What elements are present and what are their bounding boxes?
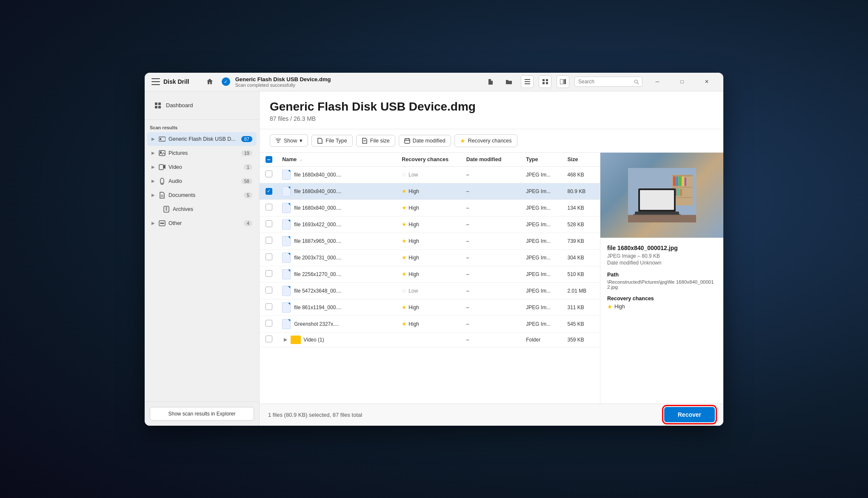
device-info: Generic Flash Disk USB Device.dmg Scan c… <box>235 76 478 88</box>
sidebar-audio-count: 58 <box>241 178 252 184</box>
svg-rect-13 <box>155 106 157 108</box>
file-icon-4 <box>282 219 291 230</box>
file-name-cell-9: file 861x1194_000.... <box>282 302 393 313</box>
svg-point-31 <box>163 223 164 224</box>
table-row[interactable]: file 1693x422_000.... ★ High – <box>260 216 600 233</box>
file-name-3: file 1680x840_000.... <box>294 205 341 211</box>
type-cell-6: JPEG Im... <box>522 249 563 266</box>
show-filter-btn[interactable]: Show ▾ <box>270 134 308 147</box>
status-check-icon: ✓ <box>222 77 230 86</box>
file-icon-btn[interactable] <box>483 75 497 88</box>
app-title: Disk Drill <box>163 78 189 85</box>
table-row[interactable]: file 5472x3648_00.... ☆ Low – <box>260 282 600 299</box>
sidebar-item-other[interactable]: ▶ Other 4 <box>147 216 257 230</box>
preview-path-value: \Reconstructed\Pictures\jpg\file 1680x84… <box>607 279 717 290</box>
archives-icon <box>163 205 170 213</box>
file-icon-7 <box>282 269 291 279</box>
row-checkbox-8[interactable] <box>266 287 272 293</box>
svg-rect-49 <box>684 177 686 186</box>
table-row[interactable]: file 1680x840_000.... ★ High – <box>260 199 600 216</box>
row-checkbox-11[interactable] <box>266 336 272 342</box>
search-input[interactable] <box>578 79 631 85</box>
sidebar-item-archives[interactable]: Archives <box>147 202 257 216</box>
table-row[interactable]: file 861x1194_000.... ★ High – <box>260 299 600 316</box>
close-button[interactable]: ✕ <box>697 75 717 88</box>
row-checkbox-3[interactable] <box>266 204 272 211</box>
svg-rect-51 <box>677 188 679 196</box>
date-modified-filter-btn[interactable]: Date modified <box>399 135 451 147</box>
date-cell-1: – <box>462 166 522 183</box>
table-row[interactable]: Greenshot 2327x.... ★ High – <box>260 316 600 332</box>
table-row[interactable]: file 1680x840_000.... ☆ Low – <box>260 166 600 183</box>
preview-path-label: Path <box>607 272 717 278</box>
sidebar-item-generic-flash[interactable]: ▶ Generic Flash Disk USB D... 87 <box>147 132 257 146</box>
dashboard-icon <box>154 102 162 109</box>
panel-view-btn[interactable] <box>557 75 569 88</box>
table-row[interactable]: file 1887x965_000.... ★ High – <box>260 233 600 249</box>
type-cell-8: JPEG Im... <box>522 282 563 299</box>
row-checkbox-7[interactable] <box>266 270 272 277</box>
sidebar-generic-flash-count: 87 <box>241 136 252 142</box>
row-checkbox-10[interactable] <box>266 320 272 327</box>
recovery-column-header[interactable]: Recovery chances <box>397 153 462 167</box>
home-button[interactable] <box>203 75 217 88</box>
grid-view-btn[interactable] <box>539 75 551 88</box>
file-size-filter-btn[interactable]: File size <box>356 135 395 147</box>
select-all-header[interactable]: – <box>260 153 278 167</box>
recovery-value-10: High <box>408 321 419 327</box>
list-view-btn[interactable] <box>521 75 534 88</box>
file-type-filter-btn[interactable]: File Type <box>311 135 353 147</box>
file-list-wrapper: – Name ↓ Recovery chances Date modified … <box>260 153 723 404</box>
name-column-header[interactable]: Name ↓ <box>278 153 397 167</box>
chevron-icon-documents: ▶ <box>151 193 155 197</box>
hamburger-icon[interactable] <box>151 78 160 85</box>
type-column-header[interactable]: Type <box>522 153 563 167</box>
recovery-value-4: High <box>408 222 419 228</box>
file-name-cell-1: file 1680x840_000.... <box>282 170 393 180</box>
sidebar-item-pictures[interactable]: ▶ Pictures 19 <box>147 146 257 160</box>
preview-recovery-label: Recovery chances <box>607 296 717 302</box>
recovery-chances-filter-btn[interactable]: ★ Recovery chances <box>454 134 517 147</box>
sidebar-item-dashboard[interactable]: Dashboard <box>150 98 254 113</box>
table-row-folder[interactable]: ▶ Video (1) <box>260 332 600 347</box>
recovery-value-1: Low <box>408 172 418 178</box>
sidebar-item-video[interactable]: ▶ Video 1 <box>147 160 257 174</box>
table-row[interactable]: ✓ file 1680x840_000.... ★ <box>260 183 600 199</box>
sidebar-item-documents[interactable]: ▶ Documents 5 <box>147 188 257 202</box>
select-all-checkbox[interactable]: – <box>266 156 272 163</box>
recovery-badge-9: ★ High <box>402 304 457 310</box>
size-cell-10: 545 KB <box>563 316 600 332</box>
row-checkbox-2[interactable]: ✓ <box>266 188 272 195</box>
row-checkbox-1[interactable] <box>266 171 272 177</box>
video-icon <box>158 163 166 171</box>
row-checkbox-6[interactable] <box>266 253 272 260</box>
folder-expand-icon[interactable]: ▶ <box>284 337 287 342</box>
size-cell-5: 739 KB <box>563 233 600 249</box>
sidebar-other-count: 4 <box>244 220 252 226</box>
size-column-header[interactable]: Size <box>563 153 600 167</box>
table-row[interactable]: file 2003x731_000.... ★ High – <box>260 249 600 266</box>
folder-icon-btn[interactable] <box>502 75 516 88</box>
star-icon-4: ★ <box>402 221 407 228</box>
row-checkbox-5[interactable] <box>266 237 272 244</box>
calendar-icon <box>404 138 410 144</box>
svg-rect-7 <box>560 79 563 84</box>
row-checkbox-4[interactable] <box>266 220 272 227</box>
svg-rect-17 <box>159 151 165 156</box>
sidebar-item-audio[interactable]: ▶ Audio 58 <box>147 174 257 188</box>
table-row[interactable]: file 2256x1270_00.... ★ High – <box>260 266 600 282</box>
recover-button[interactable]: Recover <box>664 407 715 422</box>
row-checkbox-9[interactable] <box>266 303 272 310</box>
recovery-badge-10: ★ High <box>402 321 457 327</box>
date-column-header[interactable]: Date modified <box>462 153 522 167</box>
size-cell-8: 2.01 MB <box>563 282 600 299</box>
maximize-button[interactable]: □ <box>672 75 692 88</box>
file-icon-3 <box>282 203 291 213</box>
svg-rect-58 <box>628 215 696 222</box>
show-scan-results-explorer-btn[interactable]: Show scan results in Explorer <box>150 407 254 421</box>
minimize-button[interactable]: ─ <box>648 75 667 88</box>
type-cell-4: JPEG Im... <box>522 216 563 233</box>
file-icon-1 <box>282 170 291 180</box>
recovery-badge-1: ☆ Low <box>402 171 457 178</box>
star-icon-5: ★ <box>402 238 407 244</box>
